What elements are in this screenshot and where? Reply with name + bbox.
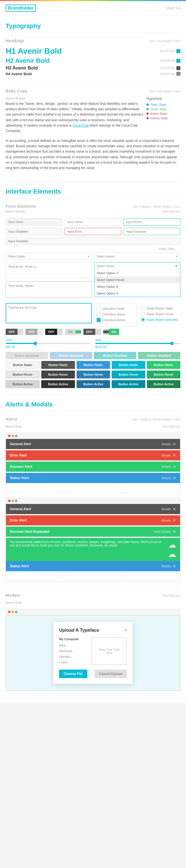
- btn-disabled-4[interactable]: Button Disabled: [138, 352, 180, 359]
- btn-disabled-2[interactable]: Button Disabled: [50, 352, 92, 359]
- alert-error-2: Error Alert Details ✕: [6, 515, 180, 525]
- btn-static-4[interactable]: Button Static: [112, 361, 145, 369]
- textarea-hover[interactable]: [6, 281, 92, 298]
- hover-label: Hover State: [150, 107, 167, 111]
- typography-section: Typography Headings Size / Line Height /…: [6, 22, 180, 175]
- select-option-hover[interactable]: Select Option Hover: [94, 276, 180, 283]
- header: Brandfolder UI KIT 1.0: [0, 1, 186, 16]
- toggle-off-2[interactable]: OFF: [26, 329, 43, 335]
- alert-success-details[interactable]: Details ✕: [161, 464, 176, 469]
- empty-cell-3: [122, 485, 180, 493]
- textarea-static[interactable]: [6, 262, 92, 278]
- static-dot: [147, 103, 149, 106]
- cancel-upload-button[interactable]: Cancel Upload: [94, 670, 127, 678]
- alert-general-2-details[interactable]: Details ✕: [161, 507, 176, 511]
- btn-static-1[interactable]: Button Static: [6, 361, 39, 369]
- file-item-4[interactable]: I can't...: [59, 659, 88, 665]
- price-1: $25.00: [6, 345, 91, 348]
- radio-static[interactable]: Radio Button Static: [141, 306, 178, 310]
- alert-window-2: General Alert Details ✕ Error Alert Deta…: [6, 498, 180, 581]
- close-icon-5: ✕: [173, 507, 176, 511]
- toggle-active-on-label: [75, 331, 81, 333]
- radio-hover[interactable]: Radio Button Hover: [141, 312, 178, 316]
- success-expanded-text: You successfully added tons of icons, ty…: [10, 540, 166, 547]
- modals-subsection: Modals #7px/#5px/0px Avenir Bold Upload …: [6, 593, 180, 691]
- input-active[interactable]: [124, 218, 180, 225]
- radio-selected[interactable]: Radio Button Selected: [141, 318, 178, 322]
- toggle-off-1[interactable]: OFF: [6, 329, 23, 335]
- modal-close-button[interactable]: ×: [124, 628, 127, 633]
- select-option-4[interactable]: Select Option 4: [94, 290, 180, 297]
- input-static[interactable]: [6, 218, 62, 225]
- toggle-black-off[interactable]: OFF: [45, 329, 63, 335]
- alerts-meta: Size / Padding / Border-Radius / Color: [132, 418, 180, 421]
- btn-active-1[interactable]: Button Active: [6, 380, 39, 388]
- input-disabled-2[interactable]: [6, 238, 180, 245]
- progress-item-2: 90% $110.00: [95, 338, 180, 348]
- alert-error-2-details[interactable]: Details ✕: [161, 518, 176, 523]
- select-active-dropdown: Select Active ▼ Select Option 1 Select O…: [94, 262, 180, 297]
- button-row-hover: Button Hover Button Hover Button Hover B…: [6, 371, 180, 378]
- toggle-on-2-on: ON: [109, 329, 119, 335]
- select-option-1[interactable]: Select Option 1: [94, 270, 180, 276]
- checkbox-static[interactable]: Checkbox Static: [97, 307, 134, 311]
- btn-active-5[interactable]: Button Active: [147, 380, 180, 388]
- progress-handle-2: [170, 342, 174, 345]
- btn-active-3[interactable]: Button Active: [76, 380, 110, 388]
- input-hover[interactable]: [65, 218, 122, 225]
- btn-hover-1[interactable]: Button Hover: [6, 371, 39, 378]
- textarea-active[interactable]: [6, 303, 92, 323]
- btn-hover-5[interactable]: Button Hover: [147, 371, 180, 378]
- h2-text: H2 Avenir Bold: [6, 57, 50, 64]
- alert-success-expanded-details[interactable]: Hide Details ✕: [154, 529, 176, 534]
- form-size-label: 18px/20px/3px: [162, 210, 180, 213]
- static-label: Static State: [150, 103, 166, 106]
- select-option-3[interactable]: Select Option 3: [94, 283, 180, 290]
- btn-disabled-3[interactable]: Button Disabled: [94, 352, 136, 359]
- alert-general-label: General Alert: [10, 442, 31, 446]
- progress-fill-2[interactable]: [95, 343, 172, 344]
- file-item-1[interactable]: Idea...: [59, 643, 88, 648]
- select-active-header[interactable]: Select Active ▼: [94, 262, 180, 270]
- btn-static-5[interactable]: Button Static: [147, 361, 180, 369]
- input-success[interactable]: [124, 228, 180, 235]
- select-hover[interactable]: Select Hover: [94, 253, 180, 260]
- btn-active-4[interactable]: Button Active: [112, 380, 145, 388]
- btn-static-2[interactable]: Button Static: [41, 361, 74, 369]
- btn-active-2[interactable]: Button Active: [41, 380, 74, 388]
- choose-file-button[interactable]: Choose File: [59, 670, 87, 678]
- toggle-off-3[interactable]: OFF: [83, 329, 101, 335]
- checkbox-active[interactable]: ✓ Checkbox Active: [97, 318, 134, 322]
- close-icon-4: ✕: [173, 476, 176, 480]
- toggle-on-1[interactable]: ON: [65, 329, 81, 335]
- drop-zone[interactable]: Drag Your Font Here: [91, 638, 127, 665]
- btn-hover-4[interactable]: Button Hover: [112, 371, 145, 378]
- modal-dialog: Upload A Typeface × My Computer Idea... …: [54, 622, 132, 684]
- checkbox-group-col: Checkbox Static Checkbox Hover ✓ Checkbo…: [94, 303, 136, 327]
- select-static[interactable]: Select Static: [6, 253, 92, 260]
- progress-pct-1: 35%: [6, 338, 91, 342]
- btn-hover-3[interactable]: Button Hover: [76, 371, 110, 378]
- toggle-on-2[interactable]: ON: [103, 329, 119, 335]
- h3-swatch: [176, 66, 180, 70]
- close-icon-3: ✕: [173, 464, 176, 469]
- alert-error-details[interactable]: Details ✕: [161, 453, 176, 458]
- file-item-3[interactable]: Literally...: [59, 654, 88, 659]
- h1-row: H1 Avenir Bold 40px/54.8pt: [6, 46, 180, 56]
- file-item-2[interactable]: Seriously...: [59, 648, 88, 654]
- progress-fill-1[interactable]: [6, 343, 35, 344]
- btn-hover-2[interactable]: Button Hover: [41, 371, 74, 378]
- coca-cola-link[interactable]: Coca-Cola: [73, 124, 89, 127]
- btn-disabled-1[interactable]: Button Disabled: [6, 352, 48, 359]
- active-label: Active State: [150, 112, 167, 115]
- hypertext-column: Hypertext Static State Hover State Activ…: [147, 97, 180, 121]
- checkbox-hover[interactable]: Checkbox Hover: [97, 312, 134, 316]
- input-error[interactable]: [65, 228, 122, 235]
- btn-static-3[interactable]: Button Static: [76, 361, 110, 369]
- alert-status-details[interactable]: Details ✕: [161, 476, 176, 480]
- alert-status-2-details[interactable]: Details ✕: [161, 564, 176, 568]
- textarea-active-container: [6, 303, 92, 327]
- input-disabled[interactable]: [6, 228, 62, 235]
- alert-general-details[interactable]: Details ✕: [161, 442, 176, 446]
- button-grid: Button Disabled Button Disabled Button D…: [6, 352, 180, 388]
